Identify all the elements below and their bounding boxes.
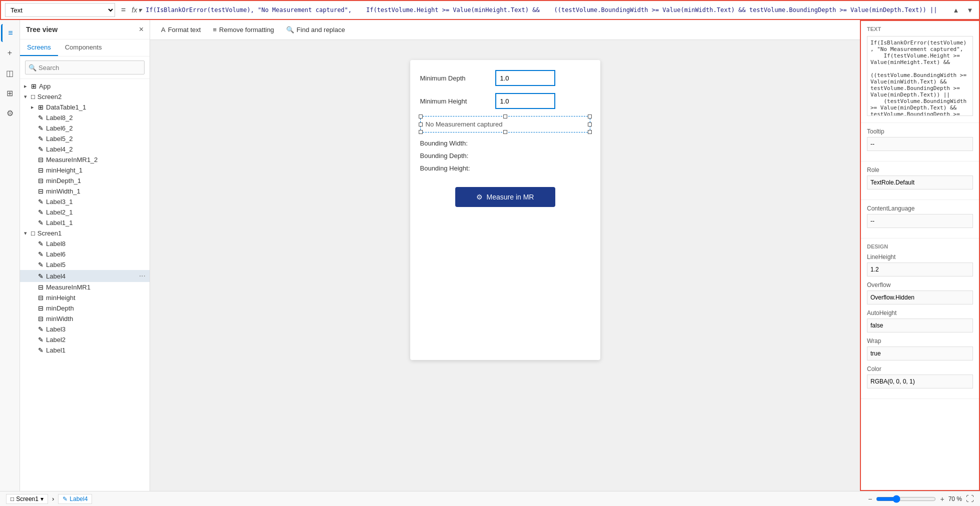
tree-item-label1[interactable]: ✎Label1	[20, 345, 150, 356]
item-type-icon: ⊟	[38, 156, 44, 164]
formula-input[interactable]	[146, 3, 947, 17]
tree-item-label4[interactable]: ✎Label4···	[20, 270, 150, 282]
find-replace-button[interactable]: 🔍 Find and replace	[281, 24, 350, 36]
props-contentlang-input[interactable]	[867, 214, 973, 228]
canvas-toolbar: A Format text ≡ Remove formatting 🔍 Find…	[150, 20, 860, 40]
formula-scroll-down[interactable]: ▼	[965, 5, 975, 15]
handle-ml[interactable]	[419, 122, 423, 126]
tree-item-mindepth[interactable]: ⊟minDepth	[20, 303, 150, 314]
chevron-icon[interactable]: ▾	[24, 230, 31, 236]
tree-item-minwidth_1[interactable]: ⊟minWidth_1	[20, 186, 150, 196]
tree-item-mindepth_1[interactable]: ⊟minDepth_1	[20, 176, 150, 186]
item-type-icon: ✎	[38, 198, 44, 206]
tab-components[interactable]: Components	[58, 40, 109, 56]
chevron-icon[interactable]: ▾	[24, 94, 31, 100]
handle-mr[interactable]	[588, 122, 592, 126]
props-text-textarea[interactable]	[867, 36, 973, 116]
item-more-button[interactable]: ···	[139, 272, 146, 280]
tree-item-label5[interactable]: ✎Label5	[20, 260, 150, 270]
remove-format-icon: ≡	[213, 26, 217, 34]
tree-item-label2_1[interactable]: ✎Label2_1	[20, 207, 150, 218]
props-text-title: Text	[867, 26, 973, 32]
props-wrap-input[interactable]	[867, 346, 973, 360]
measure-button-label: Measure in MR	[487, 193, 534, 201]
zoom-slider[interactable]	[876, 495, 936, 503]
props-lineheight-input[interactable]	[867, 262, 973, 276]
measure-button[interactable]: ⚙ Measure in MR	[455, 187, 555, 207]
item-type-icon: ⊟	[38, 166, 44, 174]
item-label: Screen2	[38, 93, 146, 100]
item-type-icon: □	[31, 230, 35, 237]
screen-badge[interactable]: □ Screen1 ▾	[6, 494, 48, 504]
chevron-icon[interactable]: ▸	[24, 83, 31, 90]
tree-item-measureinmr1_2[interactable]: ⊟MeasureInMR1_2	[20, 154, 150, 165]
props-overflow-input[interactable]	[867, 290, 973, 304]
canvas-viewport[interactable]: Minimum Depth Minimum Height	[150, 40, 860, 491]
props-contentlang-label: ContentLanguage	[867, 205, 973, 212]
item-label: Label4	[46, 272, 139, 280]
label-min-depth: Minimum Depth	[420, 74, 490, 82]
tree-item-label1_1[interactable]: ✎Label1_1	[20, 218, 150, 228]
screen-label: Screen1	[16, 496, 39, 502]
tree-item-label8[interactable]: ✎Label8	[20, 238, 150, 249]
props-role-input[interactable]	[867, 176, 973, 190]
props-color-input[interactable]	[867, 374, 973, 388]
remove-formatting-button[interactable]: ≡ Remove formatting	[208, 24, 279, 36]
props-overflow-label: Overflow	[867, 282, 973, 288]
handle-bc[interactable]	[503, 130, 507, 134]
input-min-depth[interactable]	[495, 70, 555, 86]
item-type-icon: ✎	[38, 272, 44, 280]
tree-item-label4_2[interactable]: ✎Label4_2	[20, 144, 150, 154]
handle-tc[interactable]	[503, 114, 507, 118]
gear-icon: ⚙	[476, 193, 483, 201]
element-badge[interactable]: ✎ Label4	[58, 494, 92, 504]
selected-label-box[interactable]: No Measurement captured	[420, 116, 590, 132]
fullscreen-button[interactable]: ⛶	[966, 494, 974, 504]
tree-item-label8_2[interactable]: ✎Label8_2	[20, 112, 150, 123]
props-tooltip-input[interactable]	[867, 137, 973, 151]
item-label: minWidth_1	[46, 188, 146, 195]
item-label: Label3	[46, 326, 146, 333]
tree-item-label2[interactable]: ✎Label2	[20, 334, 150, 345]
tree-item-screen1[interactable]: ▾□Screen1	[20, 228, 150, 238]
handle-br[interactable]	[588, 130, 592, 134]
tree-item-datatable1_1[interactable]: ▸⊞DataTable1_1	[20, 102, 150, 112]
handle-tr[interactable]	[588, 114, 592, 118]
formula-property-select[interactable]: TextText	[5, 3, 115, 17]
tree-item-minheight_1[interactable]: ⊟minHeight_1	[20, 165, 150, 176]
handle-bl[interactable]	[419, 130, 423, 134]
bounding-height-label: Bounding Height:	[420, 164, 590, 172]
format-text-button[interactable]: A Format text	[156, 24, 206, 36]
add-icon[interactable]: +	[1, 44, 19, 62]
search-input[interactable]	[25, 60, 145, 74]
views-icon[interactable]: ⊞	[1, 84, 19, 102]
props-contentlang-field: ContentLanguage	[867, 205, 973, 228]
tree-item-label3_1[interactable]: ✎Label3_1	[20, 196, 150, 207]
tree-item-screen2[interactable]: ▾□Screen2	[20, 92, 150, 102]
zoom-plus-button[interactable]: +	[940, 495, 944, 503]
handle-tl[interactable]	[419, 114, 423, 118]
form-row-depth: Minimum Depth	[420, 70, 590, 86]
props-design-section: DESIGN LineHeight Overflow AutoHeight Wr…	[861, 238, 979, 399]
tree-item-label6_2[interactable]: ✎Label6_2	[20, 123, 150, 134]
tab-screens[interactable]: Screens	[20, 40, 58, 56]
treeview-icon[interactable]: ≡	[1, 24, 19, 42]
tree-item-label6[interactable]: ✎Label6	[20, 249, 150, 260]
props-autoheight-input[interactable]	[867, 318, 973, 332]
tree-item-label3[interactable]: ✎Label3	[20, 324, 150, 334]
tree-item-label5_2[interactable]: ✎Label5_2	[20, 134, 150, 144]
tree-item-minwidth[interactable]: ⊟minWidth	[20, 314, 150, 324]
zoom-minus-button[interactable]: −	[868, 495, 872, 503]
sidebar-tree: ▸⊞App▾□Screen2▸⊞DataTable1_1✎Label8_2✎La…	[20, 79, 150, 491]
chevron-icon[interactable]: ▸	[31, 104, 38, 110]
sidebar-close-button[interactable]: ×	[139, 25, 144, 34]
input-min-height[interactable]	[495, 93, 555, 109]
data-icon[interactable]: ◫	[1, 64, 19, 82]
item-label: minHeight_1	[46, 166, 146, 174]
item-label: DataTable1_1	[46, 104, 146, 111]
settings-strip-icon[interactable]: ⚙	[1, 104, 19, 122]
formula-scroll-up[interactable]: ▲	[951, 5, 961, 15]
tree-item-app[interactable]: ▸⊞App	[20, 81, 150, 92]
tree-item-measureinmr1[interactable]: ⊟MeasureInMR1	[20, 282, 150, 292]
tree-item-minheight[interactable]: ⊟minHeight	[20, 292, 150, 303]
